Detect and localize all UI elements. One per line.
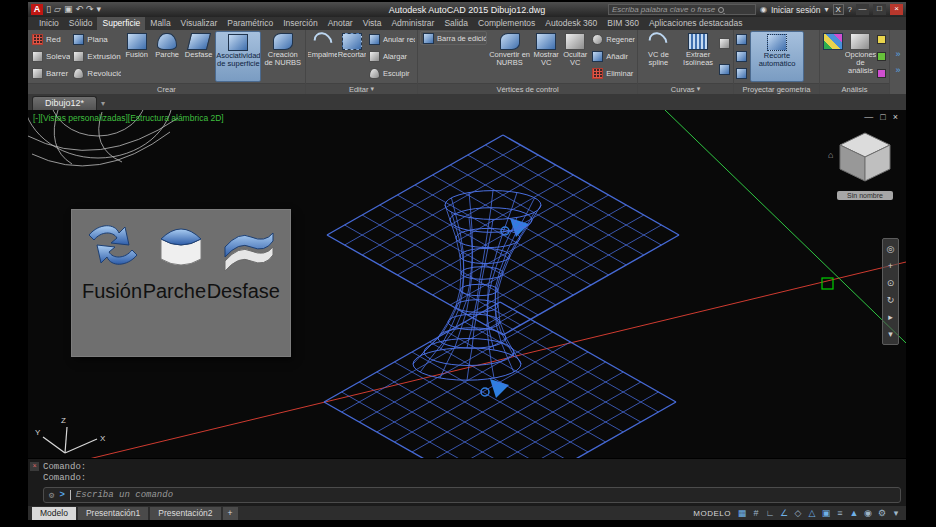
- asociatividad-toggle[interactable]: Asociatividad de superficie: [215, 31, 261, 82]
- esculpir-button[interactable]: Esculpir: [367, 67, 415, 81]
- viewcube[interactable]: ⌂ Sin nombre: [834, 130, 896, 200]
- ribbon-more-icon[interactable]: »: [895, 65, 900, 75]
- command-input[interactable]: ⚙ > Escriba un comando: [43, 487, 901, 503]
- search-input[interactable]: Escriba palabra clave o frase: [608, 4, 756, 15]
- zebra-chip-icon[interactable]: [877, 69, 886, 78]
- navbar-menu-icon[interactable]: ▾: [888, 329, 893, 339]
- lineweight-icon[interactable]: ≡: [834, 507, 846, 519]
- draft-analysis-icon[interactable]: [877, 35, 886, 44]
- creacion-nurbs-button[interactable]: Creación de NURBS: [262, 31, 303, 82]
- panel-title-crear[interactable]: Crear: [28, 83, 305, 94]
- grip-arrow[interactable]: [481, 379, 509, 398]
- sign-in-button[interactable]: Iniciar sesión: [771, 5, 821, 15]
- tab-autodesk360[interactable]: Autodesk 360: [540, 17, 602, 30]
- viewport-controls-label[interactable]: [-][Vistas personalizadas][Estructura al…: [33, 113, 224, 123]
- anadir-button[interactable]: Añadir: [590, 50, 635, 64]
- autodesk-logo-icon[interactable]: A: [31, 4, 43, 15]
- tab-parametrico[interactable]: Paramétrico: [222, 17, 278, 30]
- minimize-button[interactable]: —: [856, 4, 869, 15]
- panel-title-proyectar[interactable]: Proyectar geometría: [734, 83, 819, 94]
- tab-anotar[interactable]: Anotar: [323, 17, 358, 30]
- layout-tab-presentacion1[interactable]: Presentación1: [78, 507, 148, 520]
- regenerar-button[interactable]: Regenerar: [590, 33, 635, 47]
- layout-tab-presentacion2[interactable]: Presentación2: [150, 507, 220, 520]
- ribbon-more-icon[interactable]: »: [895, 49, 900, 59]
- customize-icon[interactable]: ⚙: [49, 490, 54, 501]
- ortho-icon[interactable]: ∟: [764, 507, 776, 519]
- viewport-close-icon[interactable]: ×: [893, 112, 898, 122]
- grid-icon[interactable]: ▦: [736, 507, 748, 519]
- model-space-label[interactable]: MODELO: [693, 509, 731, 518]
- annotation-monitor-icon[interactable]: ◉: [862, 507, 874, 519]
- vc-spline-button[interactable]: VC de spline: [640, 31, 677, 82]
- new-layout-button[interactable]: +: [223, 507, 238, 520]
- object-snap-tracking-icon[interactable]: △: [806, 507, 818, 519]
- recorte-automatico-toggle[interactable]: Recorte automático: [750, 31, 804, 82]
- viewcube-ucs-menu[interactable]: Sin nombre: [837, 191, 893, 200]
- tab-list-icon[interactable]: ▾: [101, 99, 105, 110]
- curvature-analysis-icon[interactable]: [877, 52, 886, 61]
- fit-spline-icon[interactable]: [719, 38, 730, 49]
- viewport-minimize-icon[interactable]: —: [864, 112, 873, 122]
- help-icon[interactable]: ?: [848, 4, 852, 15]
- panel-title-vertices[interactable]: Vértices de control: [418, 83, 637, 94]
- redo-icon[interactable]: ↷: [86, 4, 94, 15]
- project-to-2points-icon[interactable]: [736, 68, 747, 79]
- exchange-apps-icon[interactable]: X: [833, 4, 844, 15]
- tab-administrar[interactable]: Administrar: [386, 17, 439, 30]
- mostrar-vc-button[interactable]: Mostrar VC: [532, 31, 560, 82]
- command-close-icon[interactable]: ×: [30, 462, 39, 471]
- barrer-button[interactable]: Barrer: [30, 67, 70, 81]
- qat-dropdown-icon[interactable]: ▾: [96, 4, 101, 15]
- alargar-button[interactable]: Alargar: [367, 50, 415, 64]
- showmotion-icon[interactable]: ▸: [888, 312, 893, 322]
- blend-curve-icon[interactable]: [719, 64, 730, 75]
- polar-tracking-icon[interactable]: ∠: [778, 507, 790, 519]
- extraer-isolineas-button[interactable]: Extraer Isolíneas: [678, 31, 719, 82]
- tab-bim360[interactable]: BIM 360: [602, 17, 644, 30]
- tab-solido[interactable]: Sólido: [64, 17, 98, 30]
- tab-malla[interactable]: Malla: [145, 17, 175, 30]
- zebra-analysis-button[interactable]: [822, 31, 844, 82]
- viewcube-home-icon[interactable]: ⌂: [828, 150, 833, 160]
- eliminar-button[interactable]: Eliminar: [590, 67, 635, 81]
- customization-menu-icon[interactable]: ▾: [890, 507, 902, 519]
- convertir-nurbs-button[interactable]: Convertir en NURBS: [488, 31, 531, 82]
- extrusion-button[interactable]: Extrusión: [71, 50, 121, 64]
- fusion-button[interactable]: Fusión: [122, 31, 152, 82]
- annotation-scale-icon[interactable]: ▲: [848, 507, 860, 519]
- revolucion-button[interactable]: Revolución: [71, 67, 121, 81]
- tab-inicio[interactable]: Inicio: [34, 17, 64, 30]
- snap-icon[interactable]: #: [750, 507, 762, 519]
- project-to-ucs-icon[interactable]: [736, 34, 747, 45]
- viewport-restore-icon[interactable]: □: [880, 112, 885, 122]
- drawing-area[interactable]: [-][Vistas personalizadas][Estructura al…: [28, 110, 906, 458]
- tab-insercion[interactable]: Inserción: [278, 17, 323, 30]
- solevar-button[interactable]: Solevar: [30, 50, 70, 64]
- tab-complementos[interactable]: Complementos: [473, 17, 540, 30]
- recortar-button[interactable]: Recortar: [338, 31, 366, 82]
- layout-tab-modelo[interactable]: Modelo: [32, 507, 76, 520]
- tab-vista[interactable]: Vista: [358, 17, 387, 30]
- save-icon[interactable]: ▣: [64, 4, 73, 15]
- viewcube-cube[interactable]: [836, 130, 894, 184]
- undo-icon[interactable]: ↶: [75, 4, 83, 15]
- ocultar-vc-button[interactable]: Ocultar VC: [561, 31, 589, 82]
- tab-salida[interactable]: Salida: [439, 17, 473, 30]
- tab-aplicaciones[interactable]: Aplicaciones destacadas: [644, 17, 748, 30]
- isodraft-icon[interactable]: ◇: [792, 507, 804, 519]
- tab-superficie[interactable]: Superficie: [97, 17, 145, 30]
- red-button[interactable]: Red: [30, 33, 70, 47]
- desfase-button[interactable]: Desfase: [183, 31, 214, 82]
- panel-title-analisis[interactable]: Análisis: [820, 83, 889, 94]
- nav-wheel-icon[interactable]: ◎: [887, 244, 895, 254]
- plana-button[interactable]: Plana: [71, 33, 121, 47]
- pan-icon[interactable]: +: [888, 261, 893, 271]
- file-tab-dibujo12[interactable]: Dibujo12*: [32, 96, 97, 110]
- orbit-icon[interactable]: ↻: [887, 295, 895, 305]
- search-icon[interactable]: [718, 7, 724, 13]
- tab-visualizar[interactable]: Visualizar: [176, 17, 223, 30]
- command-line-window[interactable]: × Comando: Comando: ⚙ > Escriba un coman…: [28, 458, 906, 505]
- maximize-button[interactable]: □: [873, 4, 886, 15]
- workspace-gear-icon[interactable]: ⚙: [876, 507, 888, 519]
